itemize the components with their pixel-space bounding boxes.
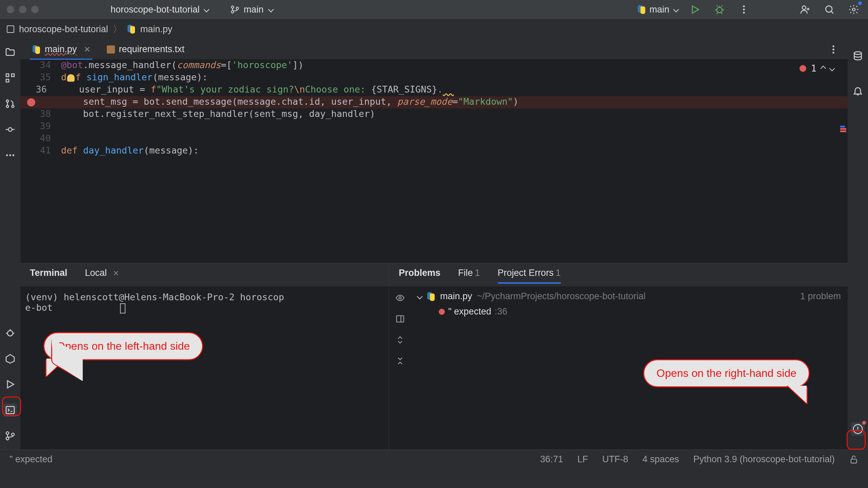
gutter[interactable]: 38 — [20, 108, 61, 119]
notifications-tool-button[interactable] — [851, 84, 865, 98]
terminal-title[interactable]: Terminal — [30, 268, 67, 282]
tab-main-py[interactable]: main.py ✕ — [30, 40, 93, 60]
settings-update-dot — [858, 1, 862, 5]
debug-tool-button[interactable] — [3, 326, 17, 340]
window-controls[interactable] — [7, 6, 39, 13]
breakpoint-icon[interactable] — [27, 98, 35, 106]
tab-options-button[interactable] — [826, 42, 841, 57]
project-dropdown[interactable]: horoscope-bot-tutorial — [106, 2, 213, 17]
collapse-all-button[interactable] — [395, 356, 405, 368]
svg-rect-32 — [397, 316, 404, 322]
annotation-highlight-right — [847, 430, 866, 450]
annotation-callout-left: Opens on the left-hand side — [43, 332, 203, 360]
gutter[interactable]: 39 — [20, 121, 61, 131]
git-tool-button[interactable] — [3, 429, 17, 443]
code-line[interactable]: sent_msg = bot.send_message(message.chat… — [20, 96, 848, 108]
code-line[interactable]: 41def day_handler(message): — [20, 145, 848, 157]
problems-project-tab[interactable]: Project Errors1 — [498, 268, 561, 284]
gutter[interactable]: 35 — [20, 72, 61, 82]
close-icon[interactable]: ✕ — [84, 45, 91, 54]
more-tool-button[interactable] — [3, 148, 17, 162]
file-encoding[interactable]: UTF-8 — [602, 454, 628, 465]
svg-marker-23 — [7, 381, 14, 388]
code-text[interactable]: def day_handler(message): — [61, 145, 199, 156]
inspection-widget[interactable]: 1 — [800, 63, 834, 74]
python-console-button[interactable] — [3, 352, 17, 365]
project-tool-button[interactable] — [3, 45, 17, 59]
svg-point-19 — [9, 154, 11, 156]
code-line[interactable]: 40 — [20, 133, 848, 145]
problem-item[interactable]: " expected :36 — [439, 306, 841, 317]
open-side-button[interactable] — [395, 314, 405, 326]
breadcrumb-root[interactable]: horoscope-bot-tutorial — [19, 24, 108, 35]
settings-button[interactable] — [846, 2, 861, 17]
problems-title[interactable]: Problems — [399, 268, 440, 282]
python-icon — [32, 45, 41, 54]
expand-all-button[interactable] — [395, 335, 405, 347]
zoom-window[interactable] — [31, 6, 39, 13]
code-line[interactable]: 36 user_input = f"What's your zodiac sig… — [20, 84, 848, 96]
svg-point-28 — [832, 45, 834, 47]
tab-requirements[interactable]: requirements.txt — [105, 40, 187, 59]
debug-button[interactable] — [712, 2, 727, 17]
code-with-me-button[interactable] — [797, 2, 812, 17]
minimize-window[interactable] — [19, 6, 26, 13]
database-tool-button[interactable] — [851, 49, 865, 63]
code-text[interactable]: sent_msg = bot.send_message(message.chat… — [61, 96, 518, 107]
structure-icon — [5, 73, 16, 83]
chevron-down-icon[interactable] — [829, 65, 835, 71]
close-window[interactable] — [7, 6, 14, 13]
gutter[interactable]: 34 — [20, 60, 61, 70]
bug-icon — [714, 4, 725, 15]
lock-open-icon[interactable] — [849, 455, 859, 464]
code-line[interactable]: 35df sign_handler(message): — [20, 72, 848, 84]
gutter[interactable]: 36 — [20, 84, 57, 95]
more-actions-button[interactable] — [736, 2, 751, 17]
caret-position[interactable]: 36:71 — [540, 454, 563, 465]
problem-file-name: main.py — [440, 291, 472, 302]
run-config-dropdown[interactable]: main — [637, 4, 678, 15]
code-text[interactable]: user_input = f"What's your zodiac sign?\… — [57, 84, 454, 95]
error-stripe[interactable] — [840, 126, 846, 133]
gutter[interactable]: 41 — [20, 145, 61, 156]
python-icon — [127, 25, 136, 34]
run-button[interactable] — [688, 2, 703, 17]
svg-point-14 — [6, 100, 9, 102]
gutter[interactable]: 40 — [20, 133, 61, 143]
run-tool-button[interactable] — [3, 378, 17, 391]
svg-marker-22 — [6, 354, 14, 363]
error-dot-icon — [800, 65, 806, 72]
search-button[interactable] — [822, 2, 837, 17]
terminal-session-tab[interactable]: Local ✕ — [85, 268, 119, 282]
code-line[interactable]: 38 bot.register_next_step_handler(sent_m… — [20, 108, 848, 121]
chevron-up-icon[interactable] — [821, 65, 826, 71]
code-text[interactable]: df sign_handler(message): — [61, 72, 208, 82]
problem-file-row[interactable]: main.py ~/PycharmProjects/horoscope-bot-… — [418, 291, 841, 302]
terminal-line: e-bot — [25, 302, 53, 313]
view-options-button[interactable] — [395, 293, 405, 305]
terminal-tabs: Terminal Local ✕ — [20, 263, 389, 286]
vcs-tool-button[interactable] — [3, 97, 17, 110]
code-line[interactable]: 39 — [20, 121, 848, 133]
indent-info[interactable]: 4 spaces — [643, 454, 679, 465]
package-icon — [107, 45, 115, 54]
code-text[interactable]: @bot.message_handler(commands=['horoscop… — [61, 60, 303, 70]
line-separator[interactable]: LF — [577, 454, 588, 465]
interpreter-info[interactable]: Python 3.9 (horoscope-bot-tutorial) — [693, 454, 835, 465]
code-editor[interactable]: 1 34@bot.message_handler(commands=['horo… — [20, 60, 848, 263]
person-add-icon — [800, 4, 810, 15]
structure-tool-button[interactable] — [3, 71, 17, 85]
breadcrumb[interactable]: horoscope-bot-tutorial 〉 main.py — [7, 23, 172, 35]
vcs-branch-dropdown[interactable]: main — [226, 2, 277, 17]
svg-rect-12 — [12, 74, 14, 77]
code-text[interactable]: bot.register_next_step_handler(sent_msg,… — [61, 108, 375, 119]
svg-point-25 — [6, 432, 9, 434]
chevron-down-icon[interactable] — [417, 293, 423, 299]
problems-file-tab[interactable]: File1 — [458, 268, 480, 282]
navigation-bar: horoscope-bot-tutorial 〉 main.py — [0, 19, 868, 39]
breadcrumb-file[interactable]: main.py — [140, 24, 173, 35]
close-icon[interactable]: ✕ — [113, 269, 119, 278]
commit-tool-button[interactable] — [3, 123, 17, 136]
status-message[interactable]: " expected — [9, 454, 540, 465]
code-line[interactable]: 34@bot.message_handler(commands=['horosc… — [20, 60, 848, 72]
